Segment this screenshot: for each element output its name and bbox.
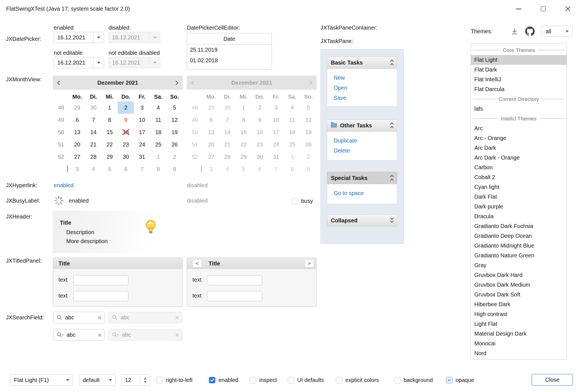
checkbox-background[interactable]: background	[394, 376, 433, 384]
day-cell[interactable]: 14	[85, 126, 102, 138]
theme-item[interactable]: Arc Dark - Orange	[471, 153, 567, 163]
day-cell[interactable]: 26	[166, 138, 183, 151]
day-cell[interactable]: 6	[69, 114, 85, 126]
expand-chevron-icon[interactable]	[391, 218, 393, 223]
day-cell[interactable]: 4	[85, 163, 102, 175]
font-size-spinner[interactable]: 12	[121, 374, 150, 386]
day-cell[interactable]: 3	[69, 163, 85, 175]
day-cell[interactable]: 22	[102, 138, 118, 151]
spinner-buttons[interactable]	[140, 375, 150, 386]
day-cell[interactable]: 15	[102, 126, 118, 138]
datepicker-dropdown-button[interactable]	[93, 32, 104, 43]
theme-item[interactable]: Gradianto Nature Green	[471, 251, 567, 260]
taskpane-link[interactable]: Go to space	[334, 188, 397, 198]
day-cell[interactable]: 11	[150, 114, 166, 126]
checkbox-right-to-left[interactable]: right-to-left	[156, 376, 193, 384]
theme-item[interactable]: Flat Light	[471, 55, 567, 65]
search-field-with-menu[interactable]: abc ×	[53, 329, 105, 341]
day-cell[interactable]: 30	[118, 151, 134, 163]
day-cell[interactable]: 6	[118, 163, 134, 175]
collapse-chevron-icon[interactable]	[391, 59, 393, 66]
day-cell[interactable]: 29	[102, 151, 118, 163]
day-cell[interactable]: 7	[134, 163, 150, 175]
minimize-button[interactable]	[506, 0, 531, 18]
theme-item[interactable]: Material Design Dark	[471, 329, 567, 339]
taskpane-header[interactable]: Collapsed	[327, 214, 397, 227]
theme-item[interactable]: Flat Dark	[471, 65, 567, 75]
laf-combobox[interactable]: Flat Light (F1)	[10, 374, 73, 386]
day-cell[interactable]: 10	[134, 114, 150, 126]
day-cell[interactable]: 27	[69, 151, 85, 163]
day-cell[interactable]: 23	[118, 138, 134, 151]
checkbox-ui-defaults[interactable]: UI defaults	[288, 376, 324, 384]
right-header-button[interactable]: >	[305, 259, 314, 268]
day-cell[interactable]: 5	[102, 163, 118, 175]
datepicker-dropdown-button[interactable]	[93, 57, 104, 68]
day-cell[interactable]: 17	[134, 126, 150, 138]
text-field[interactable]	[207, 275, 262, 285]
taskpane-link[interactable]: Duplicate	[334, 136, 397, 146]
font-combobox[interactable]: default	[79, 374, 116, 386]
text-field[interactable]	[207, 291, 262, 301]
day-cell[interactable]: 21	[85, 138, 102, 151]
theme-item[interactable]: lafs	[471, 104, 567, 114]
theme-item[interactable]: Flat IntelliJ	[471, 75, 567, 84]
theme-item[interactable]: Gruvbox Dark Soft	[471, 290, 567, 300]
day-cell[interactable]: 3	[134, 101, 150, 114]
day-cell[interactable]: 4	[150, 101, 166, 114]
taskpane-header[interactable]: Special Tasks	[327, 172, 397, 184]
checkbox-enabled[interactable]: enabled	[209, 376, 238, 384]
day-cell[interactable]: 8	[150, 163, 166, 175]
theme-item[interactable]: Gradianto Dark Fuchsia	[471, 221, 567, 231]
taskpane-header[interactable]: Basic Tasks	[327, 56, 397, 69]
day-cell[interactable]: 20	[69, 138, 85, 151]
day-cell[interactable]: 13	[69, 126, 85, 138]
close-window-button[interactable]	[555, 0, 580, 18]
table-row[interactable]: 25.11.2019	[187, 44, 272, 55]
theme-item[interactable]: Arc - Orange	[471, 133, 567, 143]
taskpane-link[interactable]: Delete	[334, 146, 397, 156]
day-cell[interactable]: 1	[102, 101, 118, 114]
taskpane-link[interactable]: Open	[334, 83, 397, 93]
taskpane-link[interactable]: Save	[334, 93, 397, 103]
day-cell[interactable]: 25	[150, 138, 166, 151]
collapse-chevron-icon[interactable]	[391, 174, 393, 182]
day-cell[interactable]: 2	[166, 151, 183, 163]
day-cell[interactable]: 19	[166, 126, 183, 138]
day-cell[interactable]: 16	[118, 126, 134, 138]
search-input[interactable]: abc	[67, 332, 95, 338]
theme-item[interactable]: Gradianto Midnight Blue	[471, 241, 567, 251]
theme-item[interactable]: Carbon	[471, 163, 567, 172]
maximize-button[interactable]	[531, 0, 555, 18]
theme-item[interactable]: Nord	[471, 348, 567, 358]
theme-item[interactable]: Cyan light	[471, 182, 567, 192]
prev-month-button[interactable]	[58, 81, 61, 84]
taskpane-link[interactable]: New	[334, 73, 397, 83]
theme-item[interactable]: Gruvbox Dark Hard	[471, 270, 567, 280]
download-icon[interactable]	[511, 27, 518, 35]
themes-filter-combobox[interactable]: all	[542, 26, 572, 37]
close-button[interactable]: Close	[532, 374, 573, 386]
table-row[interactable]: 01.02.2018	[187, 55, 272, 66]
day-cell[interactable]: 24	[134, 138, 150, 151]
datepicker-enabled[interactable]: 16.12.2021	[54, 32, 104, 43]
day-cell[interactable]: 5	[166, 101, 183, 114]
clear-icon[interactable]: ×	[98, 332, 102, 338]
theme-item[interactable]: Gruvbox Dark Medium	[471, 280, 567, 290]
day-cell[interactable]: 29	[69, 101, 85, 114]
day-cell[interactable]: 18	[150, 126, 166, 138]
text-field[interactable]	[73, 275, 128, 285]
theme-item[interactable]: Light Flat	[471, 319, 567, 329]
day-cell[interactable]: 12	[166, 114, 183, 126]
clear-icon[interactable]: ×	[98, 315, 102, 320]
theme-item[interactable]: Cobalt 2	[471, 172, 567, 182]
text-field[interactable]	[73, 291, 128, 301]
theme-item[interactable]: Gray	[471, 260, 567, 270]
day-cell[interactable]: 9	[118, 114, 134, 126]
theme-item[interactable]: Hiberbee Dark	[471, 300, 567, 309]
checkbox-busy[interactable]: busy	[292, 197, 313, 205]
theme-item[interactable]: Arc	[471, 123, 567, 133]
day-cell[interactable]: 31	[134, 151, 150, 163]
taskpane-header[interactable]: Other Tasks	[327, 119, 397, 132]
next-month-button[interactable]	[175, 81, 178, 84]
